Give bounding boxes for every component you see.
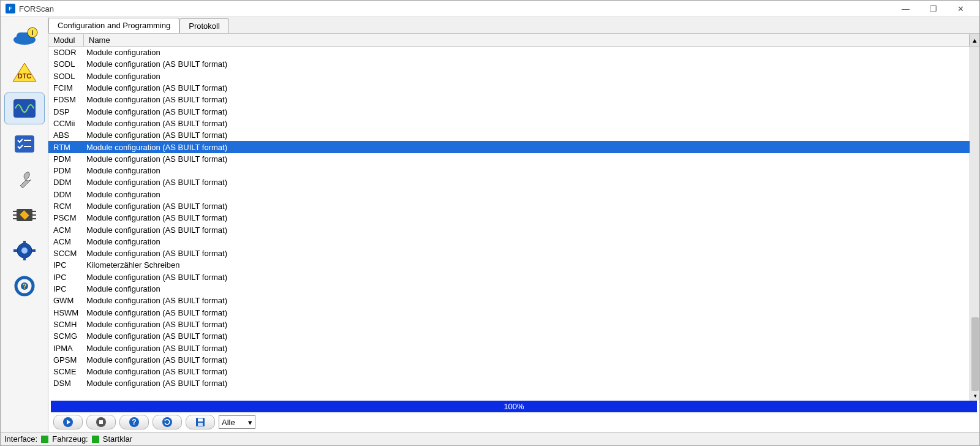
cell-modul: PSCM <box>48 213 84 222</box>
checklist-icon <box>10 132 39 156</box>
cell-modul: DDM <box>48 190 84 199</box>
cell-modul: SCME <box>48 367 84 376</box>
table-row[interactable]: IPCKilometerzähler Schreiben <box>48 259 970 271</box>
sidebar-dtc[interactable]: DTC <box>4 57 45 89</box>
svg-text:?: ? <box>132 418 136 426</box>
cell-modul: SCCM <box>48 249 84 258</box>
cell-name: Module configuration (AS BUILT format) <box>84 367 970 376</box>
vehicle-info-icon: i <box>10 26 39 48</box>
table-row[interactable]: DSPModule configuration (AS BUILT format… <box>48 105 970 117</box>
column-modul[interactable]: Modul <box>48 34 84 46</box>
table-row[interactable]: IPMAModule configuration (AS BUILT forma… <box>48 342 970 353</box>
filter-select[interactable]: Alle ▾ <box>219 415 255 429</box>
sidebar-oscilloscope[interactable] <box>4 93 45 124</box>
sidebar-wrench[interactable] <box>4 164 45 195</box>
table-row[interactable]: HSWMModule configuration (AS BUILT forma… <box>48 307 970 319</box>
app-icon: F <box>6 4 15 13</box>
window-titlebar: F FORScan — ❐ ✕ <box>1 1 979 17</box>
cell-name: Module configuration (AS BUILT format) <box>84 273 970 282</box>
cell-name: Kilometerzähler Schreiben <box>84 260 970 270</box>
cell-name: Module configuration <box>84 48 970 57</box>
table-row[interactable]: DSMModule configuration (AS BUILT format… <box>48 377 970 389</box>
stop-button[interactable] <box>86 415 116 429</box>
cell-name: Module configuration (AS BUILT format) <box>84 95 970 104</box>
info-icon: ? <box>129 417 140 428</box>
cell-name: Module configuration <box>84 72 970 81</box>
column-name[interactable]: Name <box>84 34 970 46</box>
cell-modul: CCMii <box>48 119 84 128</box>
scroll-up-button[interactable]: ▴ <box>970 34 979 46</box>
save-button[interactable] <box>186 415 215 429</box>
tab-config-programming[interactable]: Configuration and Programming <box>48 18 179 33</box>
module-table: SODRModule configurationSODLModule confi… <box>48 47 970 401</box>
sidebar-vehicle-info[interactable]: i <box>4 21 45 53</box>
cell-name: Module configuration (AS BUILT format) <box>84 119 970 128</box>
scroll-down-button[interactable]: ▾ <box>970 391 979 401</box>
table-row[interactable]: SCMHModule configuration (AS BUILT forma… <box>48 319 970 330</box>
table-row[interactable]: ACMModule configuration <box>48 236 970 248</box>
sidebar-gear[interactable] <box>4 235 45 266</box>
sidebar: i DTC <box>1 17 48 432</box>
cell-modul: PDM <box>48 166 84 175</box>
table-row[interactable]: ABSModule configuration (AS BUILT format… <box>48 129 970 141</box>
cell-modul: SODR <box>48 48 84 57</box>
table-row[interactable]: GPSMModule configuration (AS BUILT forma… <box>48 354 970 366</box>
cell-modul: DSP <box>48 107 84 116</box>
table-row[interactable]: RCMModule configuration (AS BUILT format… <box>48 200 970 212</box>
svg-rect-37 <box>198 423 203 426</box>
table-row[interactable]: IPCModule configuration (AS BUILT format… <box>48 271 970 283</box>
wrench-icon <box>10 167 39 192</box>
cell-name: Module configuration (AS BUILT format) <box>84 178 970 187</box>
vertical-scrollbar[interactable]: ▾ <box>970 47 979 401</box>
table-row[interactable]: IPCModule configuration <box>48 283 970 295</box>
scrollbar-thumb[interactable] <box>971 317 979 391</box>
cell-modul: IPC <box>48 273 84 282</box>
oscilloscope-icon <box>10 96 39 121</box>
table-row[interactable]: PDMModule configuration (AS BUILT format… <box>48 153 970 165</box>
play-button[interactable] <box>53 415 83 429</box>
table-row[interactable]: SCMEModule configuration (AS BUILT forma… <box>48 366 970 377</box>
reset-icon <box>162 417 173 428</box>
svg-point-19 <box>21 248 28 254</box>
table-row[interactable]: FDSMModule configuration (AS BUILT forma… <box>48 94 970 105</box>
table-row[interactable]: SCMGModule configuration (AS BUILT forma… <box>48 330 970 342</box>
sidebar-checklist[interactable] <box>4 128 45 160</box>
progress-bar: 100% <box>51 401 977 412</box>
maximize-button[interactable]: ❐ <box>919 2 947 15</box>
table-row[interactable]: ACMModule configuration (AS BUILT format… <box>48 224 970 235</box>
table-row[interactable]: SODLModule configuration (AS BUILT forma… <box>48 58 970 70</box>
table-row[interactable]: SCCMModule configuration (AS BUILT forma… <box>48 248 970 259</box>
reset-button[interactable] <box>153 415 182 429</box>
tab-label: Protokoll <box>189 21 220 31</box>
minimize-button[interactable]: — <box>892 2 919 15</box>
cell-modul: IPC <box>48 284 84 293</box>
cell-name: Module configuration (AS BUILT format) <box>84 296 970 305</box>
table-row[interactable]: GWMModule configuration (AS BUILT format… <box>48 295 970 306</box>
gear-icon <box>10 238 39 263</box>
table-row[interactable]: PDMModule configuration <box>48 165 970 176</box>
table-row[interactable]: CCMiiModule configuration (AS BUILT form… <box>48 118 970 129</box>
cell-modul: RCM <box>48 202 84 211</box>
sidebar-help[interactable]: ? <box>4 270 45 302</box>
info-button[interactable]: ? <box>119 415 149 429</box>
table-row[interactable]: SODRModule configuration <box>48 47 970 58</box>
status-bar: Interface: Fahrzeug: Startklar <box>1 432 979 445</box>
table-row[interactable]: PSCMModule configuration (AS BUILT forma… <box>48 212 970 224</box>
dtc-icon: DTC <box>10 61 39 85</box>
steering-help-icon: ? <box>10 274 39 298</box>
table-row[interactable]: FCIMModule configuration (AS BUILT forma… <box>48 82 970 94</box>
sidebar-chip[interactable] <box>4 199 45 231</box>
table-row[interactable]: DDMModule configuration <box>48 189 970 200</box>
table-row[interactable]: DDMModule configuration (AS BUILT format… <box>48 176 970 188</box>
tab-protokoll[interactable]: Protokoll <box>179 18 229 33</box>
cell-name: Module configuration (AS BUILT format) <box>84 143 970 152</box>
table-row[interactable]: RTMModule configuration (AS BUILT format… <box>48 141 970 153</box>
chevron-down-icon: ▾ <box>248 418 252 427</box>
cell-name: Module configuration (AS BUILT format) <box>84 331 970 341</box>
cell-name: Module configuration (AS BUILT format) <box>84 213 970 222</box>
svg-rect-22 <box>13 249 17 252</box>
table-row[interactable]: SODLModule configuration <box>48 70 970 82</box>
close-button[interactable]: ✕ <box>947 2 974 15</box>
interface-label: Interface: <box>4 434 37 444</box>
cell-name: Module configuration (AS BUILT format) <box>84 308 970 317</box>
